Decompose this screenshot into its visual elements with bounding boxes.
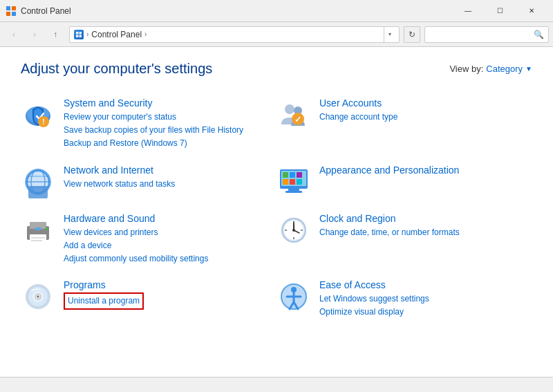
system-security-info: System and Security Review your computer… [64,97,270,151]
svg-rect-32 [288,189,299,191]
address-separator: › [86,30,88,38]
svg-rect-37 [31,237,45,239]
svg-rect-23 [28,186,48,198]
svg-rect-2 [6,12,10,16]
programs-info: Programs Uninstall a program [64,279,270,310]
svg-rect-28 [297,172,302,178]
ease-of-access-info: Ease of Access Let Windows suggest setti… [319,279,525,319]
category-clock-region: Clock and Region Change date, time, or n… [276,206,532,273]
svg-point-40 [45,227,48,230]
close-button[interactable]: ✕ [516,0,547,22]
window-title: Control Panel [21,6,452,16]
page-header: Adjust your computer's settings View by:… [21,61,532,77]
hardware-sound-link-3[interactable]: Adjust commonly used mobility settings [64,252,270,265]
up-button[interactable]: ↑ [46,25,65,44]
svg-rect-30 [290,179,295,185]
address-dropdown-button[interactable]: ▾ [384,26,395,43]
svg-rect-6 [76,35,79,37]
address-end-chevron: › [144,30,147,38]
category-programs: Programs Uninstall a program [21,272,276,326]
svg-rect-38 [31,240,42,241]
category-ease-of-access: Ease of Access Let Windows suggest setti… [276,272,532,326]
svg-point-12 [285,104,294,114]
category-user-accounts: ✓ User Accounts Change account type [276,91,532,158]
ease-of-access-link-1[interactable]: Let Windows suggest settings [319,292,525,306]
search-icon: 🔍 [534,30,544,39]
address-path: Control Panel [91,30,142,39]
network-internet-title[interactable]: Network and Internet [64,165,270,176]
network-internet-icon [21,165,55,199]
svg-rect-5 [79,32,82,35]
address-icon [74,30,84,39]
navigation-bar: ‹ › ↑ › Control Panel › ▾ ↻ 🔍 [0,22,553,47]
address-content: › Control Panel › [74,30,384,39]
svg-text:!: ! [42,118,44,126]
system-security-icon: ! [21,97,55,132]
user-accounts-title[interactable]: User Accounts [319,97,525,109]
hardware-sound-link-2[interactable]: Add a device [64,239,270,252]
svg-rect-0 [6,6,10,10]
address-bar: › Control Panel › ▾ [69,26,400,43]
svg-rect-1 [12,6,16,10]
minimize-button[interactable]: — [452,0,484,22]
app-icon [6,6,17,17]
appearance-info: Appearance and Personalization [319,165,525,178]
hardware-sound-link-1[interactable]: View devices and printers [64,226,270,239]
hardware-sound-title[interactable]: Hardware and Sound [64,213,270,224]
system-security-link-2[interactable]: Save backup copies of your files with Fi… [64,124,270,137]
ease-of-access-icon [276,279,311,314]
svg-rect-27 [290,172,295,178]
refresh-button[interactable]: ↻ [404,26,420,43]
back-button[interactable]: ‹ [4,25,24,44]
svg-rect-33 [285,191,302,193]
svg-rect-39 [35,227,41,230]
category-network-internet: Network and Internet View network status… [21,158,276,206]
svg-point-46 [292,229,295,232]
svg-point-55 [37,295,39,298]
forward-button[interactable]: › [25,25,44,44]
appearance-icon [276,165,311,199]
view-by-control: View by: Category ▼ [449,64,532,74]
hardware-sound-icon [21,213,55,248]
title-bar: Control Panel — ☐ ✕ [0,0,553,22]
search-bar: 🔍 [424,26,549,43]
svg-text:✓: ✓ [294,115,301,124]
categories-grid: ! System and Security Review your comput… [21,91,532,326]
network-internet-info: Network and Internet View network status… [64,165,270,191]
programs-icon [21,279,55,314]
view-by-arrow-icon: ▼ [525,65,532,73]
system-security-link-3[interactable]: Backup and Restore (Windows 7) [64,137,270,150]
view-by-value[interactable]: Category [486,64,523,74]
svg-rect-31 [297,179,302,185]
svg-rect-4 [76,32,79,35]
system-security-title[interactable]: System and Security [64,97,270,109]
category-appearance: Appearance and Personalization [276,158,532,206]
window-controls: — ☐ ✕ [452,0,547,22]
page-title: Adjust your computer's settings [21,61,212,77]
hardware-sound-info: Hardware and Sound View devices and prin… [64,213,270,266]
clock-region-info: Clock and Region Change date, time, or n… [319,213,525,239]
svg-rect-7 [79,35,82,37]
programs-link-1[interactable]: Uninstall a program [64,292,144,310]
appearance-title[interactable]: Appearance and Personalization [319,165,525,176]
programs-title[interactable]: Programs [64,279,270,290]
clock-region-icon [276,213,311,248]
user-accounts-info: User Accounts Change account type [319,97,525,124]
maximize-button[interactable]: ☐ [484,0,516,22]
clock-region-link-1[interactable]: Change date, time, or number formats [319,226,525,239]
clock-region-title[interactable]: Clock and Region [319,213,525,224]
search-input[interactable] [429,30,534,39]
category-hardware-sound: Hardware and Sound View devices and prin… [21,206,276,273]
svg-rect-3 [12,12,16,16]
status-bar [0,377,553,392]
user-accounts-link-1[interactable]: Change account type [319,111,525,124]
ease-of-access-link-2[interactable]: Optimize visual display [319,306,525,319]
category-system-security: ! System and Security Review your comput… [21,91,276,158]
network-internet-link-1[interactable]: View network status and tasks [64,178,270,191]
main-content: Adjust your computer's settings View by:… [0,47,553,377]
svg-rect-29 [283,179,288,185]
ease-of-access-title[interactable]: Ease of Access [319,279,525,290]
svg-rect-26 [283,172,288,178]
view-by-label: View by: [449,64,483,74]
system-security-link-1[interactable]: Review your computer's status [64,111,270,124]
